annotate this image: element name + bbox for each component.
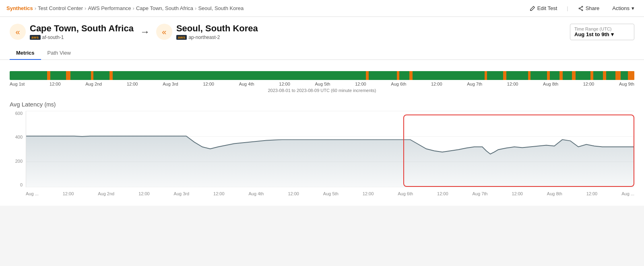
timeline-spike bbox=[603, 71, 606, 80]
chart-svg bbox=[26, 111, 634, 187]
sep3: › bbox=[133, 5, 134, 11]
svg-point-0 bbox=[582, 6, 583, 7]
breadcrumb-cape-town[interactable]: Cape Town, South Africa bbox=[136, 5, 193, 11]
from-location: « Cape Town, South Africa aws af-south-1 bbox=[10, 23, 134, 40]
timeline-date-range: 2023-08-01 to 2023-08-09 UTC (60 minute … bbox=[10, 88, 634, 96]
timeline-spike bbox=[615, 71, 620, 80]
timeline-spike bbox=[628, 71, 634, 80]
to-region: aws ap-northeast-2 bbox=[176, 35, 258, 40]
from-region: aws af-south-1 bbox=[30, 35, 134, 40]
timeline-section: Aug 1st 12:00 Aug 2nd 12:00 Aug 3rd 12:0… bbox=[0, 60, 644, 96]
timeline-labels: Aug 1st 12:00 Aug 2nd 12:00 Aug 3rd 12:0… bbox=[10, 82, 634, 86]
edit-icon bbox=[530, 6, 535, 11]
svg-line-3 bbox=[580, 7, 581, 8]
from-text: Cape Town, South Africa aws af-south-1 bbox=[30, 23, 134, 40]
tab-metrics[interactable]: Metrics bbox=[10, 47, 41, 60]
aws-badge-from: aws bbox=[30, 35, 41, 40]
share-button[interactable]: Share bbox=[575, 4, 603, 13]
timeline-spike bbox=[503, 71, 506, 80]
x-axis: Aug ... 12:00 Aug 2nd 12:00 Aug 3rd 12:0… bbox=[26, 188, 634, 199]
timeline-spike bbox=[47, 71, 50, 80]
timeline-spike bbox=[397, 71, 399, 80]
breadcrumb-tcc[interactable]: Test Control Center bbox=[38, 5, 83, 11]
nav-actions: Edit Test | Share Actions ▾ bbox=[526, 4, 638, 13]
chart-wrapper: 600 400 200 0 bbox=[10, 111, 634, 199]
gridline-0 bbox=[26, 187, 634, 187]
timeline-spike bbox=[109, 71, 113, 80]
timeline-spike bbox=[91, 71, 93, 80]
timeline-bar[interactable] bbox=[10, 71, 634, 80]
svg-point-2 bbox=[582, 10, 583, 11]
edit-test-button[interactable]: Edit Test bbox=[526, 4, 561, 13]
timeline-spike bbox=[528, 71, 530, 80]
timeline-spike bbox=[485, 71, 487, 80]
chart-plot-area bbox=[26, 111, 634, 187]
sep1: › bbox=[35, 5, 36, 11]
to-city: Seoul, South Korea bbox=[176, 23, 258, 34]
chart-section: Avg Latency (ms) 600 400 200 0 bbox=[0, 96, 644, 206]
timeline-spike bbox=[572, 71, 576, 80]
aws-badge-to: aws bbox=[176, 35, 187, 40]
breadcrumb-seoul[interactable]: Seoul, South Korea bbox=[198, 5, 244, 11]
chevron-down-icon: ▾ bbox=[632, 5, 634, 11]
page-header: « Cape Town, South Africa aws af-south-1… bbox=[0, 17, 644, 60]
time-range-button[interactable]: Time Range (UTC) Aug 1st to 9th ▾ bbox=[570, 24, 634, 40]
breadcrumb-aws[interactable]: AWS Performance bbox=[88, 5, 131, 11]
tab-bar: Metrics Path View bbox=[10, 47, 634, 59]
breadcrumb: Synthetics › Test Control Center › AWS P… bbox=[6, 5, 244, 11]
to-location: « Seoul, South Korea aws ap-northeast-2 bbox=[156, 23, 258, 40]
route-arrow-icon: → bbox=[140, 26, 150, 37]
to-icon: « bbox=[156, 24, 172, 40]
timeline-spike bbox=[590, 71, 593, 80]
top-navigation: Synthetics › Test Control Center › AWS P… bbox=[0, 0, 644, 17]
from-icon: « bbox=[10, 24, 26, 40]
timeline-spike bbox=[366, 71, 369, 80]
brand-link[interactable]: Synthetics bbox=[6, 5, 33, 11]
route-info: « Cape Town, South Africa aws af-south-1… bbox=[10, 23, 634, 40]
timeline-spike bbox=[66, 71, 70, 80]
timeline-spike bbox=[547, 71, 550, 80]
y-axis: 600 400 200 0 bbox=[10, 111, 24, 187]
chevron-down-icon: ▾ bbox=[611, 31, 614, 37]
tab-path-view[interactable]: Path View bbox=[41, 47, 77, 60]
svg-point-1 bbox=[579, 8, 580, 9]
sep2: › bbox=[85, 5, 86, 11]
sep4: › bbox=[195, 5, 196, 11]
timeline-spike bbox=[409, 71, 413, 80]
chart-title: Avg Latency (ms) bbox=[10, 101, 634, 108]
to-text: Seoul, South Korea aws ap-northeast-2 bbox=[176, 23, 258, 40]
share-icon bbox=[578, 6, 584, 11]
svg-line-4 bbox=[580, 8, 581, 10]
from-city: Cape Town, South Africa bbox=[30, 23, 134, 34]
actions-button[interactable]: Actions ▾ bbox=[609, 4, 638, 13]
timeline-spike bbox=[559, 71, 563, 80]
